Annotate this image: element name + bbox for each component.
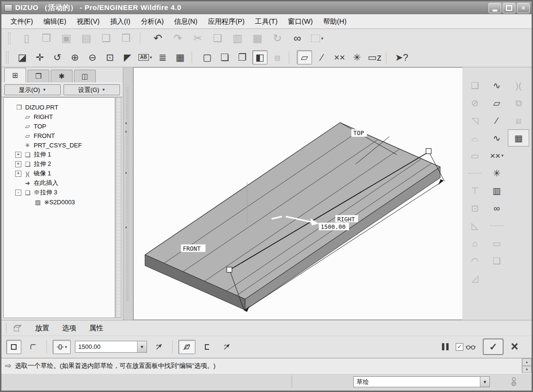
selection-filter-value[interactable]: 草绘 — [354, 377, 480, 387]
erase-icon[interactable]: ❒ — [119, 31, 134, 46]
redo-icon[interactable]: ↷ — [170, 31, 185, 46]
extrude-icon[interactable]: ❏ — [464, 77, 486, 94]
draft-icon[interactable]: ◺ — [464, 217, 486, 234]
chevron-down-icon[interactable]: ▼ — [137, 341, 147, 352]
menu-tools[interactable]: 工具(T) — [250, 15, 283, 28]
measure-icon[interactable]: ▥ — [486, 182, 507, 199]
sketch-handle[interactable] — [426, 148, 431, 154]
cut-icon[interactable]: ✂ — [190, 31, 205, 46]
paste-icon[interactable]: ▥ — [230, 31, 245, 46]
project-icon[interactable]: ⊤ — [464, 182, 486, 199]
fill-icon[interactable]: ▭ — [464, 147, 486, 164]
datum-points-toggle-icon[interactable]: ×× — [332, 50, 347, 64]
tab-options[interactable]: 选项 — [62, 324, 76, 333]
expand-right-icon[interactable]: › — [125, 224, 127, 230]
close-button[interactable]: × — [517, 3, 530, 13]
saved-views-icon[interactable]: AB — [138, 50, 153, 64]
collapse-left-icon[interactable]: ‹ — [125, 128, 127, 135]
settings-dropdown-button[interactable]: 设置(G) ▼ — [64, 84, 120, 95]
scroll-up-icon[interactable]: ▲ — [522, 358, 532, 366]
tree-item-mirror-1[interactable]: + )( 镜像 1 — [4, 169, 115, 178]
reorient-icon[interactable]: ◤ — [120, 50, 135, 64]
datum-curve-icon[interactable]: ∿ — [486, 129, 507, 146]
scroll-down-icon[interactable]: ▼ — [522, 366, 532, 374]
panel-splitter[interactable]: ‹ ‹ › › — [123, 67, 133, 320]
minimize-button[interactable]: ▂ — [488, 3, 501, 13]
menu-file[interactable]: 文件(F) — [5, 15, 38, 28]
maximize-button[interactable] — [503, 3, 515, 13]
remove-material-button[interactable] — [178, 340, 195, 354]
menu-help[interactable]: 帮助(H) — [318, 15, 352, 28]
folder-browser-tab[interactable]: ❐ — [28, 70, 49, 82]
datum-axes-toggle-icon[interactable]: ∕ — [314, 50, 330, 64]
orient-mode-icon[interactable]: ↺ — [50, 50, 65, 64]
tree-item-extrude-2[interactable]: + ❏ 拉伸 2 — [4, 159, 115, 169]
datum-point-icon[interactable]: ×× — [486, 147, 507, 164]
wireframe-icon[interactable]: ▢ — [200, 50, 215, 64]
annotations-toggle-icon[interactable]: ▭z — [367, 50, 382, 64]
ok-button[interactable]: ✓ — [483, 338, 504, 355]
show-dropdown-button[interactable]: 显示(O) ▼ — [4, 84, 61, 95]
menu-insert[interactable]: 插入(I) — [105, 15, 136, 28]
tree-item-sketch[interactable]: ▨ ※S2D0003 — [4, 197, 115, 207]
revolve-icon[interactable]: ⊘ — [464, 94, 486, 111]
chevron-down-icon[interactable]: ▼ — [480, 377, 489, 387]
merge-icon[interactable]: )( — [508, 77, 529, 94]
datum-planes-toggle-icon[interactable]: ▱ — [297, 50, 312, 64]
tree-item-insert-here[interactable]: ➜ 在此插入 — [4, 178, 115, 188]
repaint-icon[interactable]: ◪ — [15, 50, 30, 64]
depth-value[interactable]: 1500.00 — [75, 341, 137, 352]
style-icon[interactable]: ∿ — [486, 77, 507, 94]
flip-material-side-button[interactable] — [219, 340, 234, 354]
menu-window[interactable]: 窗口(W) — [283, 15, 318, 28]
sweep-icon[interactable]: ◹ — [464, 112, 486, 129]
view-manager-icon[interactable]: ▦ — [173, 50, 188, 64]
offset-icon[interactable]: ⊡ — [464, 200, 486, 217]
surface-button[interactable] — [26, 340, 41, 354]
datum-plane-icon[interactable]: ▱ — [486, 94, 507, 111]
open-file-icon[interactable]: ❐ — [39, 31, 54, 46]
menu-view[interactable]: 视图(V) — [72, 15, 105, 28]
pause-button[interactable] — [442, 343, 449, 350]
solid-button[interactable] — [6, 340, 21, 354]
menu-applications[interactable]: 应用程序(P) — [202, 15, 249, 28]
model-tree-toggle-icon[interactable]: ⧈ — [270, 50, 285, 64]
tab-placement[interactable]: 放置 — [35, 324, 49, 333]
preview-glasses-icon[interactable] — [466, 344, 476, 350]
extend-icon[interactable]: ⧈ — [508, 112, 529, 129]
tab-properties[interactable]: 属性 — [89, 324, 103, 333]
save-file-icon[interactable]: ▣ — [59, 31, 74, 46]
trim-icon[interactable]: ⧉ — [508, 94, 529, 111]
tree-item-part[interactable]: ❒ DIZUO.PRT — [4, 102, 115, 112]
menu-edit[interactable]: 编辑(E) — [38, 15, 72, 28]
boundary-blend-icon[interactable]: ⌓ — [464, 129, 486, 146]
preview-checkbox[interactable]: ✓ — [456, 343, 463, 351]
context-help-icon[interactable]: ➤? — [394, 50, 409, 64]
rib-icon[interactable]: ◠ — [464, 252, 486, 269]
tree-expander[interactable]: + — [15, 171, 21, 177]
link-icon[interactable]: ∞ — [486, 200, 507, 217]
shaded-icon[interactable]: ◧ — [252, 50, 267, 64]
menu-analysis[interactable]: 分析(A) — [136, 15, 169, 28]
zoom-in-icon[interactable]: ⊕ — [67, 50, 83, 64]
pattern-icon[interactable]: ▦ — [508, 129, 529, 146]
csys-icon[interactable]: ✳ — [486, 164, 507, 182]
shell-icon[interactable]: ⌂ — [464, 235, 486, 252]
select-box-icon[interactable] — [310, 31, 325, 46]
dimension-value[interactable]: 1500.00 — [321, 223, 345, 230]
flip-direction-button[interactable] — [151, 340, 166, 354]
find-icon[interactable]: ∞ — [290, 31, 305, 46]
zoom-out-icon[interactable]: ⊖ — [85, 50, 100, 64]
depth-option-button[interactable] — [53, 340, 71, 354]
selection-filter-combo[interactable]: 草绘 ▼ — [353, 376, 490, 387]
tree-expander[interactable]: - — [15, 190, 21, 196]
print-icon[interactable]: ▤ — [79, 31, 94, 46]
csys-toggle-icon[interactable]: ✳ — [349, 50, 365, 64]
hidden-line-icon[interactable]: ❏ — [217, 50, 232, 64]
paste-special-icon[interactable]: ▦ — [250, 31, 265, 46]
note-icon[interactable]: ▭ — [486, 235, 507, 252]
thicken-sketch-button[interactable] — [200, 340, 215, 354]
layers-icon[interactable]: ≣ — [155, 50, 170, 64]
datum-axis-icon[interactable]: ∕ — [486, 112, 507, 129]
tree-expander[interactable]: + — [15, 161, 21, 167]
